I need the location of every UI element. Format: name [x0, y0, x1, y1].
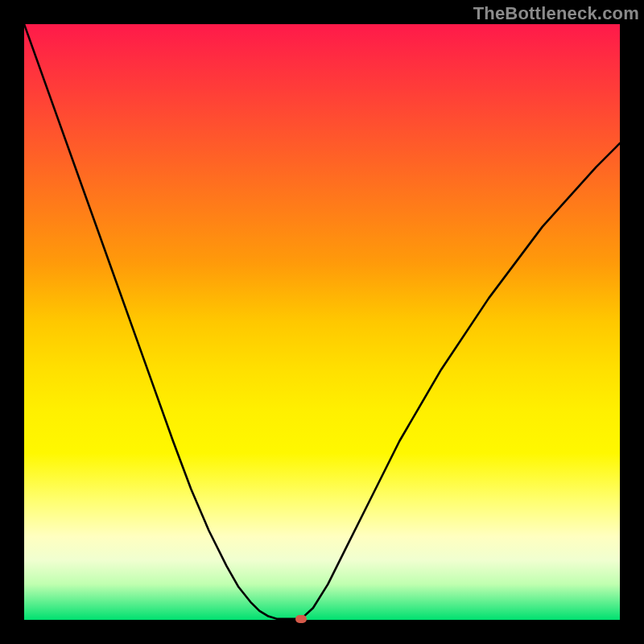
min-marker — [295, 615, 307, 623]
bottleneck-curve — [24, 24, 620, 620]
watermark-text: TheBottleneck.com — [473, 3, 639, 24]
chart-frame: TheBottleneck.com — [0, 0, 644, 644]
plot-area — [24, 24, 620, 620]
